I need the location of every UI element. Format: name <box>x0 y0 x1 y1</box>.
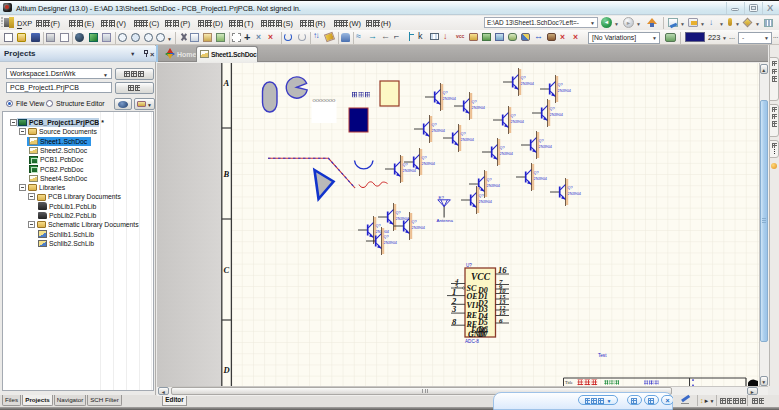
svg-text:A: A <box>223 78 230 88</box>
svg-text:RE: RE <box>466 311 478 320</box>
svg-text:6: 6 <box>499 317 503 325</box>
svg-text:ADC-8: ADC-8 <box>465 339 479 344</box>
svg-text:16: 16 <box>498 265 507 275</box>
svg-text:15: 15 <box>499 309 506 316</box>
svg-text:OOOOOOO: OOOOOOO <box>313 98 337 103</box>
svg-text:D: D <box>223 365 230 375</box>
svg-text:Antenna: Antenna <box>437 218 454 223</box>
svg-text:Test: Test <box>598 353 607 358</box>
svg-text:U?: U? <box>466 263 472 268</box>
svg-text:GND: GND <box>468 330 486 339</box>
svg-text:E?: E? <box>439 195 445 200</box>
svg-text:C: C <box>224 265 230 275</box>
svg-text:3: 3 <box>451 304 457 314</box>
svg-text:Title: Title <box>565 380 573 385</box>
svg-text:B: B <box>223 169 230 179</box>
svg-text:OE: OE <box>467 292 478 301</box>
svg-text:VCC: VCC <box>471 272 491 282</box>
